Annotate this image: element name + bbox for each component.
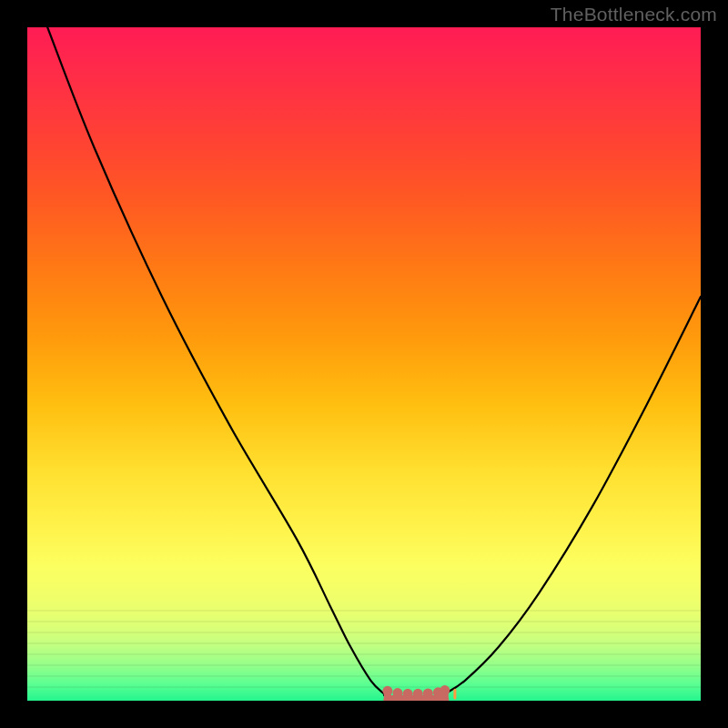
left-branch-curve [47,27,384,694]
watermark-text: TheBottleneck.com [551,4,717,25]
plot-area [27,27,701,701]
curve-layer [27,27,701,701]
optimum-marker-group [382,685,450,701]
right-branch-curve [445,297,701,694]
chart-stage: TheBottleneck.com [0,0,728,728]
